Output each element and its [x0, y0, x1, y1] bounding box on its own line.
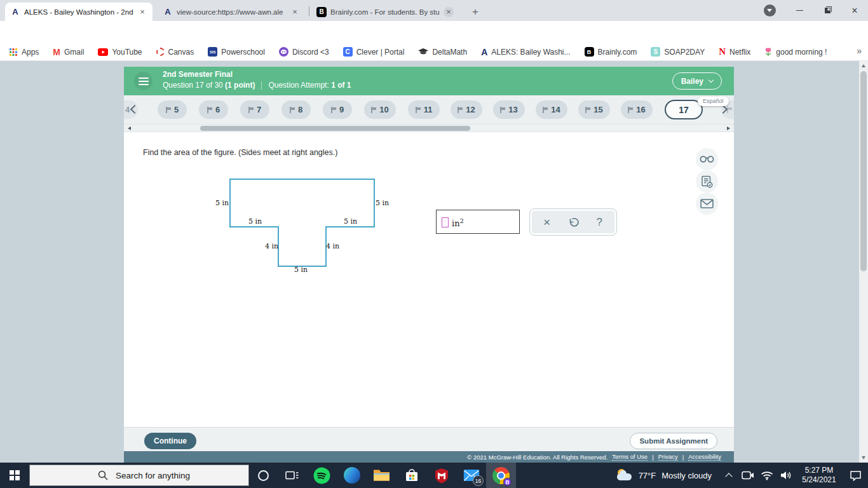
- clear-answer-button[interactable]: ×: [538, 213, 557, 232]
- question-points: (1 point): [225, 81, 255, 90]
- bookmark-youtube[interactable]: YouTube: [98, 48, 142, 57]
- continue-button[interactable]: Continue: [144, 433, 196, 449]
- search-icon: [98, 470, 108, 480]
- tab-brainly[interactable]: B Brainly.com - For students. By stu ×: [311, 3, 459, 21]
- weather-temperature: 77°F: [639, 471, 656, 480]
- close-tab-icon[interactable]: ×: [290, 7, 300, 17]
- scroll-up-arrow-icon[interactable]: [862, 64, 865, 67]
- accessibility-link[interactable]: Accessibility: [688, 453, 721, 461]
- bookmarks-bar: Apps M Gmail YouTube Canvas SIS Powersch…: [0, 43, 868, 61]
- tray-volume[interactable]: [776, 463, 796, 488]
- tray-wifi[interactable]: [757, 463, 776, 488]
- glasses-tool-button[interactable]: [696, 148, 718, 170]
- terms-of-use-link[interactable]: Terms of Use: [612, 453, 648, 461]
- submit-assignment-button[interactable]: Submit Assignment: [630, 433, 717, 449]
- scrollbar-thumb[interactable]: [200, 126, 470, 131]
- question-pill-15[interactable]: 15: [578, 100, 610, 119]
- question-nav-scrollbar[interactable]: [124, 124, 734, 132]
- taskbar-chrome-active[interactable]: B: [486, 463, 516, 488]
- bookmark-apps[interactable]: Apps: [9, 48, 39, 57]
- nav-previous-button[interactable]: 4: [124, 95, 151, 124]
- mcafee-shield-icon: [435, 468, 449, 484]
- scroll-right-arrow-icon[interactable]: [727, 126, 730, 130]
- espanol-tooltip[interactable]: Español: [698, 97, 729, 106]
- question-pill-17-current[interactable]: 17: [665, 100, 703, 119]
- copyright-text: © 2021 McGraw-Hill Education. All Rights…: [467, 454, 607, 461]
- restore-window-button[interactable]: [813, 0, 841, 21]
- bookmark-brainly[interactable]: B Brainly.com: [585, 47, 637, 57]
- page-scrollbar[interactable]: [859, 61, 868, 463]
- taskbar-search-box[interactable]: Search for anything: [29, 464, 249, 486]
- scroll-down-arrow-icon[interactable]: [862, 456, 865, 459]
- cortana-button[interactable]: [249, 463, 277, 488]
- footer-separator: |: [682, 454, 684, 461]
- taskbar-clock[interactable]: 5:27 PM 5/24/2021: [796, 463, 843, 488]
- bookmark-gmail[interactable]: M Gmail: [53, 47, 84, 57]
- close-window-button[interactable]: ×: [841, 0, 868, 21]
- bookmark-good-morning[interactable]: good morning !: [764, 47, 827, 57]
- bookmark-powerschool[interactable]: SIS Powerschool: [208, 47, 265, 57]
- taskbar-mcafee[interactable]: [426, 463, 456, 488]
- figure-label-right: 5 in: [376, 199, 389, 207]
- answer-cursor-box[interactable]: [442, 217, 449, 227]
- figure-label-notch-right: 4 in: [326, 242, 339, 250]
- taskbar-weather[interactable]: 77°F Mostly cloudy: [609, 463, 719, 488]
- question-pill-5[interactable]: 5: [158, 100, 187, 119]
- tray-show-hidden-icons[interactable]: [719, 463, 738, 488]
- bookmark-aleks[interactable]: A ALEKS: Bailey Washi...: [481, 47, 570, 57]
- taskbar-mail[interactable]: 16: [456, 463, 486, 488]
- tab-view-source[interactable]: A view-source:https://www-awn.ale ×: [158, 3, 305, 21]
- flag-icon: [207, 107, 212, 113]
- bookmark-soap2day[interactable]: S SOAP2DAY: [651, 47, 705, 57]
- answer-input-box[interactable]: in2: [436, 210, 520, 234]
- question-pill-6[interactable]: 6: [199, 100, 228, 119]
- media-controls-button[interactable]: [760, 0, 779, 21]
- task-view-button[interactable]: [277, 463, 307, 488]
- question-pill-13[interactable]: 13: [493, 100, 525, 119]
- undo-button[interactable]: [564, 213, 583, 232]
- question-pill-9[interactable]: 9: [323, 100, 352, 119]
- bookmark-discord[interactable]: Discord <3: [279, 47, 329, 57]
- action-center-button[interactable]: [843, 463, 868, 488]
- tulip-icon: [764, 47, 772, 57]
- new-tab-button[interactable]: +: [468, 4, 483, 20]
- taskbar-file-explorer[interactable]: [367, 463, 397, 488]
- figure-label-bottom: 5 in: [294, 266, 308, 274]
- question-pill-7[interactable]: 7: [240, 100, 269, 119]
- question-pill-16[interactable]: 16: [621, 100, 653, 119]
- tray-meet-now[interactable]: [738, 463, 757, 488]
- bookmark-clever[interactable]: C Clever | Portal: [343, 47, 405, 57]
- apps-grid-icon: [9, 48, 18, 57]
- privacy-link[interactable]: Privacy: [658, 453, 678, 461]
- question-text: Find the area of the figure. (Sides meet…: [143, 148, 337, 157]
- menu-hamburger-icon[interactable]: [134, 72, 153, 90]
- footer-separator: |: [652, 454, 653, 461]
- question-progress-row: Question 17 of 30 (1 point) Question Att…: [163, 81, 351, 90]
- scroll-left-arrow-icon[interactable]: [128, 126, 131, 130]
- bookmarks-overflow-chevron[interactable]: »: [857, 46, 862, 56]
- user-menu-button[interactable]: Bailey: [672, 72, 722, 90]
- question-pill-10[interactable]: 10: [364, 100, 396, 119]
- question-pill-14[interactable]: 14: [536, 100, 567, 119]
- taskbar-spotify[interactable]: [307, 463, 337, 488]
- start-button[interactable]: [0, 463, 29, 488]
- message-tool-button[interactable]: [696, 193, 718, 215]
- bookmark-canvas[interactable]: Canvas: [156, 48, 194, 57]
- close-tab-icon[interactable]: ×: [137, 7, 147, 17]
- question-pill-8[interactable]: 8: [281, 100, 311, 119]
- help-button[interactable]: ?: [590, 213, 609, 232]
- bookmark-netflix[interactable]: N Netflix: [719, 46, 750, 57]
- notes-tool-button[interactable]: [696, 170, 718, 193]
- scrollbar-thumb[interactable]: [860, 71, 867, 271]
- figure-label-left: 5 in: [215, 199, 229, 207]
- taskbar-edge[interactable]: [337, 463, 367, 488]
- question-pill-12[interactable]: 12: [451, 100, 482, 119]
- minimize-window-button[interactable]: [785, 0, 813, 21]
- question-navigation: 4 5 6 7 8 9 10 11 12 13 14 15 16 17 Espa…: [124, 95, 734, 124]
- close-tab-icon[interactable]: ×: [444, 7, 454, 17]
- question-pill-11[interactable]: 11: [408, 100, 440, 119]
- tab-aleks[interactable]: A ALEKS - Bailey Washington - 2nd ×: [5, 3, 153, 21]
- taskbar-microsoft-store[interactable]: [397, 463, 426, 488]
- flag-icon: [331, 107, 336, 113]
- bookmark-deltamath[interactable]: DeltaMath: [418, 48, 467, 57]
